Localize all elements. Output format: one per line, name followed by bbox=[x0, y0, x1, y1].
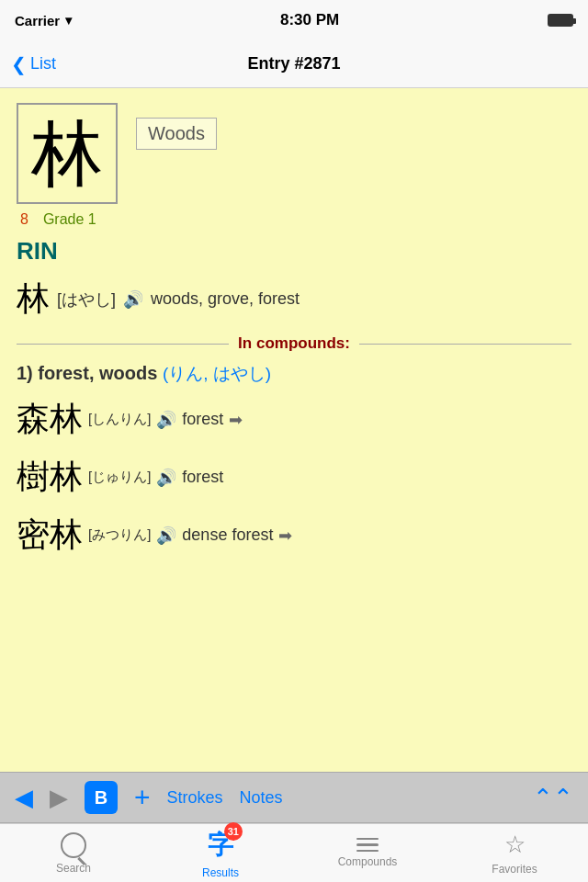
tab-bar: Search 字 31 Results Compounds ☆ Favorite… bbox=[0, 823, 588, 882]
compounds-divider: In compounds: bbox=[17, 334, 571, 353]
speaker-icon[interactable]: 🔊 bbox=[123, 289, 143, 310]
arrow-icon-3[interactable]: ➡ bbox=[278, 526, 292, 546]
status-bar: Carrier ▾ 8:30 PM bbox=[0, 0, 588, 40]
compound-reading-2: [じゅりん] bbox=[88, 469, 151, 486]
compound-group-readings: (りん, はやし) bbox=[163, 364, 271, 383]
kanji-meaning-box: Woods bbox=[136, 118, 217, 150]
nav-bar: ❮ List Entry #2871 bbox=[0, 40, 588, 88]
prev-button[interactable]: ◀ bbox=[15, 784, 33, 812]
main-content: 林 Woods 8 Grade 1 RIN 林 [はやし] 🔊 woods, g… bbox=[0, 88, 588, 772]
search-icon bbox=[61, 832, 86, 858]
wifi-icon: ▾ bbox=[65, 13, 72, 28]
pronunciation-row: 林 [はやし] 🔊 woods, grove, forest bbox=[17, 277, 571, 322]
scroll-top-button[interactable]: ⌃⌃ bbox=[533, 784, 573, 812]
carrier-wifi: Carrier ▾ bbox=[15, 13, 72, 28]
results-icon-wrap: 字 31 bbox=[208, 828, 233, 863]
speaker-icon-1[interactable]: 🔊 bbox=[156, 410, 176, 430]
compounds-icon-wrap bbox=[356, 838, 379, 853]
divider-text: In compounds: bbox=[238, 334, 350, 353]
divider-line-right bbox=[359, 344, 571, 345]
tab-results[interactable]: 字 31 Results bbox=[147, 824, 294, 882]
logo-label: B bbox=[95, 787, 107, 808]
toolbar-left: ◀ ▶ B + Strokes Notes bbox=[15, 781, 283, 814]
battery-icon bbox=[548, 14, 573, 27]
compound-reading-1: [しんりん] bbox=[88, 411, 151, 428]
logo-button[interactable]: B bbox=[85, 781, 118, 814]
carrier-label: Carrier bbox=[15, 13, 60, 28]
compound-group-number: 1) forest, woods bbox=[17, 363, 163, 383]
compound-kanji-1: 森林 bbox=[17, 397, 83, 442]
kanji-character: 林 bbox=[31, 118, 103, 189]
pron-reading: [はやし] bbox=[57, 288, 116, 311]
divider-line-left bbox=[17, 344, 229, 345]
compound-kanji-3: 密林 bbox=[17, 513, 83, 558]
back-chevron-icon: ❮ bbox=[11, 53, 27, 75]
compound-row-3: 密林 [みつりん] 🔊 dense forest ➡ bbox=[17, 513, 571, 558]
favorites-icon: ☆ bbox=[504, 831, 526, 859]
grade-row: 8 Grade 1 bbox=[17, 211, 571, 228]
tab-results-label: Results bbox=[202, 866, 239, 879]
arrow-icon-1[interactable]: ➡ bbox=[229, 410, 243, 430]
compound-row-1: 森林 [しんりん] 🔊 forest ➡ bbox=[17, 397, 571, 442]
grade-text: Grade 1 bbox=[43, 211, 96, 228]
pron-kanji: 林 bbox=[17, 277, 50, 322]
results-badge: 31 bbox=[224, 822, 243, 841]
time-label: 8:30 PM bbox=[280, 11, 339, 29]
favorites-icon-wrap: ☆ bbox=[504, 831, 526, 859]
next-button[interactable]: ▶ bbox=[50, 784, 68, 812]
compound-group-title: 1) forest, woods (りん, はやし) bbox=[17, 362, 571, 386]
kanji-header: 林 Woods bbox=[17, 103, 571, 204]
back-label: List bbox=[30, 54, 56, 74]
compound-meaning-1: forest bbox=[182, 410, 223, 429]
compound-row-2: 樹林 [じゅりん] 🔊 forest bbox=[17, 455, 571, 500]
tab-compounds-label: Compounds bbox=[338, 855, 398, 868]
tab-compounds[interactable]: Compounds bbox=[294, 824, 441, 882]
toolbar: ◀ ▶ B + Strokes Notes ⌃⌃ bbox=[0, 772, 588, 823]
compound-meaning-2: forest bbox=[182, 468, 223, 487]
kanji-meaning-text: Woods bbox=[148, 123, 205, 143]
nav-title: Entry #2871 bbox=[247, 54, 340, 74]
add-button[interactable]: + bbox=[134, 782, 151, 813]
kanji-info: Woods bbox=[136, 103, 217, 150]
reading-label: RIN bbox=[17, 237, 571, 266]
compound-meaning-3: dense forest bbox=[182, 526, 273, 545]
search-icon-wrap bbox=[61, 832, 86, 858]
notes-button[interactable]: Notes bbox=[240, 788, 283, 808]
strokes-count: 8 bbox=[20, 211, 28, 228]
compound-reading-3: [みつりん] bbox=[88, 526, 151, 544]
tab-search[interactable]: Search bbox=[0, 824, 147, 882]
back-button[interactable]: ❮ List bbox=[11, 53, 56, 75]
kanji-box: 林 bbox=[17, 103, 118, 204]
compound-kanji-2: 樹林 bbox=[17, 455, 83, 500]
compounds-icon bbox=[356, 838, 379, 853]
strokes-button[interactable]: Strokes bbox=[167, 788, 223, 808]
speaker-icon-2[interactable]: 🔊 bbox=[156, 468, 176, 488]
tab-favorites-label: Favorites bbox=[492, 863, 537, 876]
pron-meaning: woods, grove, forest bbox=[151, 289, 300, 309]
speaker-icon-3[interactable]: 🔊 bbox=[156, 526, 176, 546]
tab-favorites[interactable]: ☆ Favorites bbox=[441, 824, 588, 882]
